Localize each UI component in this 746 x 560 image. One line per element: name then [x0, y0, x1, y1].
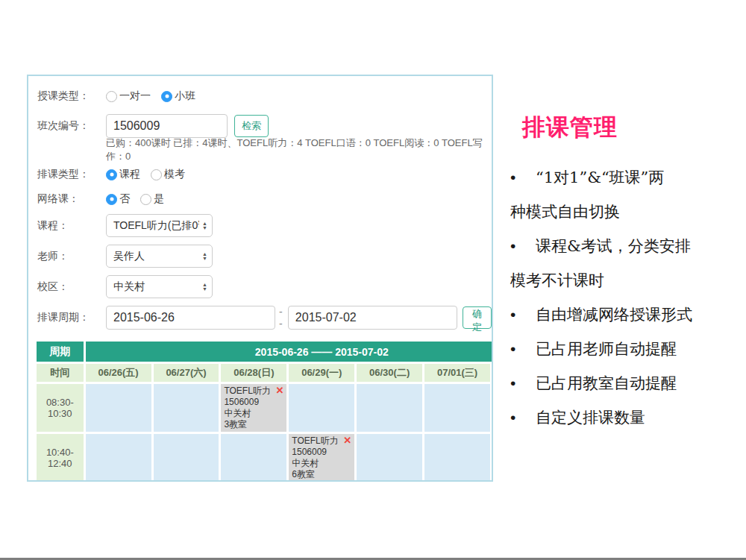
period-end-input[interactable]	[288, 306, 457, 330]
empty-slot	[221, 434, 286, 482]
time-slot: 08:30-10:30	[37, 384, 84, 432]
select-stepper-icon: ▲ ▼	[202, 252, 207, 261]
schedule-table-wrap: 周期 2015-06-26 —— 2015-07-02 时间 06/26(五) …	[34, 339, 492, 482]
search-button[interactable]: 检索	[234, 115, 269, 137]
event-room: 3教室	[224, 419, 283, 430]
event-course: TOEFL听力	[224, 386, 270, 397]
time-header: 时间	[37, 364, 84, 382]
date-header: 06/30(二)	[357, 364, 422, 382]
radio-icon[interactable]	[140, 194, 151, 205]
period-separator: --	[279, 306, 284, 330]
schedule-table: 周期 2015-06-26 —— 2015-07-02 时间 06/26(五) …	[34, 339, 493, 482]
table-dates-row: 时间 06/26(五) 06/27(六) 06/28(日) 06/29(一) 0…	[37, 364, 493, 382]
radio-online-yes[interactable]: 是	[140, 192, 164, 206]
event-class-no: 1506009	[224, 397, 283, 408]
empty-slot	[86, 434, 151, 482]
teach-type-label: 授课类型：	[37, 89, 106, 103]
empty-slot	[86, 384, 151, 432]
course-label: 课程：	[37, 219, 106, 233]
course-row: 课程： TOEFL听力(已排0课时) ▲ ▼	[37, 214, 492, 237]
empty-slot	[154, 434, 219, 482]
class-no-input[interactable]	[106, 114, 228, 138]
select-stepper-icon: ▲ ▼	[202, 221, 207, 230]
teacher-row: 老师： 吴作人 ▲ ▼	[37, 245, 492, 268]
slide: 授课类型： 一对一 小班 班次编号： 检索 已购：400课时 已排：4课时、TO…	[0, 0, 746, 560]
event-campus: 中关村	[292, 458, 351, 469]
list-item: •已占用老师自动提醒	[510, 332, 746, 366]
delete-event-icon[interactable]: ✕	[343, 435, 351, 446]
radio-one-on-one[interactable]: 一对一	[106, 89, 151, 103]
teacher-select[interactable]: 吴作人 ▲ ▼	[106, 245, 213, 268]
time-slot: 10:40-12:40	[37, 434, 84, 482]
event-class-no: 1506009	[292, 447, 351, 458]
confirm-button[interactable]: 确定	[463, 306, 492, 329]
schedule-type-row: 排课类型： 课程 模考	[37, 166, 492, 183]
list-item-continuation: 模考不计课时	[510, 263, 746, 298]
list-item: •自定义排课数量	[510, 400, 746, 435]
table-range-row: 周期 2015-06-26 —— 2015-07-02	[37, 342, 493, 362]
teach-type-row: 授课类型： 一对一 小班	[37, 88, 492, 104]
empty-slot	[424, 434, 490, 482]
scheduled-class-cell: TOEFL听力 ✕ 1506009 中关村 6教室	[289, 434, 354, 482]
list-item: •“1对1”&“班课”两	[510, 160, 746, 195]
date-header: 06/26(五)	[86, 364, 151, 382]
period-label: 排课周期：	[37, 311, 106, 324]
period-start-input[interactable]	[106, 306, 275, 330]
class-no-row: 班次编号： 检索	[37, 114, 492, 138]
campus-select[interactable]: 中关村 ▲ ▼	[106, 275, 213, 298]
page-title: 排课管理	[522, 112, 618, 143]
campus-label: 校区：	[37, 280, 106, 294]
date-range-header: 2015-06-26 —— 2015-07-02	[86, 342, 493, 362]
empty-slot	[154, 384, 219, 432]
radio-icon[interactable]	[151, 169, 162, 180]
table-row: 10:40-12:40 TOEFL听力 ✕ 1506009 中关村 6教室	[37, 434, 493, 482]
period-header: 周期	[37, 342, 84, 362]
delete-event-icon[interactable]: ✕	[275, 386, 283, 396]
empty-slot	[424, 384, 490, 432]
radio-icon[interactable]	[106, 91, 117, 102]
event-course: TOEFL听力	[292, 435, 338, 447]
list-item: •已占用教室自动提醒	[510, 366, 746, 400]
radio-online-no[interactable]: 否	[106, 192, 130, 206]
purchased-hours-row: 已购：400课时 已排：4课时、TOEFL听力：4 TOEFL口语：0 TOEF…	[37, 143, 492, 157]
radio-checked-icon[interactable]	[106, 194, 117, 205]
radio-small-class[interactable]: 小班	[161, 89, 195, 103]
select-stepper-icon: ▲ ▼	[202, 283, 207, 292]
list-item: •自由增减网络授课形式	[510, 298, 746, 332]
radio-mock-exam[interactable]: 模考	[151, 168, 185, 181]
online-course-label: 网络课：	[37, 192, 106, 206]
empty-slot	[289, 384, 354, 432]
event-campus: 中关村	[224, 408, 283, 419]
scheduling-panel: 授课类型： 一对一 小班 班次编号： 检索 已购：400课时 已排：4课时、TO…	[27, 75, 493, 482]
empty-slot	[492, 434, 493, 482]
period-row: 排课周期： -- 确定	[37, 306, 492, 330]
radio-course[interactable]: 课程	[106, 168, 140, 181]
table-row: 08:30-10:30 TOEFL听力 ✕ 1506009 中关村 3教室	[37, 384, 493, 432]
date-header: 06/27(六)	[154, 364, 219, 382]
scheduling-form: 授课类型： 一对一 小班 班次编号： 检索 已购：400课时 已排：4课时、TO…	[28, 76, 492, 330]
empty-slot	[357, 434, 422, 482]
class-no-label: 班次编号：	[37, 119, 106, 133]
online-course-row: 网络课： 否 是	[37, 191, 492, 207]
empty-slot	[492, 384, 493, 432]
empty-slot	[357, 384, 422, 432]
date-header: 06/28(日)	[221, 364, 286, 382]
purchased-hours-text: 已购：400课时 已排：4课时、TOEFL听力：4 TOEFL口语：0 TOEF…	[106, 136, 492, 163]
teacher-label: 老师：	[37, 250, 106, 263]
radio-checked-icon[interactable]	[161, 91, 172, 102]
course-select[interactable]: TOEFL听力(已排0课时) ▲ ▼	[106, 214, 213, 237]
feature-list: •“1对1”&“班课”两 种模式自由切换 •课程&考试，分类安排 模考不计课时 …	[510, 160, 746, 435]
radio-checked-icon[interactable]	[106, 169, 117, 180]
campus-row: 校区： 中关村 ▲ ▼	[37, 275, 492, 298]
list-item: •课程&考试，分类安排	[510, 229, 746, 263]
date-header-clipped	[492, 364, 493, 382]
scheduled-class-cell: TOEFL听力 ✕ 1506009 中关村 3教室	[221, 384, 286, 432]
list-item-continuation: 种模式自由切换	[510, 195, 746, 229]
date-header: 07/01(三)	[424, 364, 490, 382]
event-room: 6教室	[292, 469, 351, 480]
schedule-type-label: 排课类型：	[37, 168, 106, 181]
date-header: 06/29(一)	[289, 364, 354, 382]
